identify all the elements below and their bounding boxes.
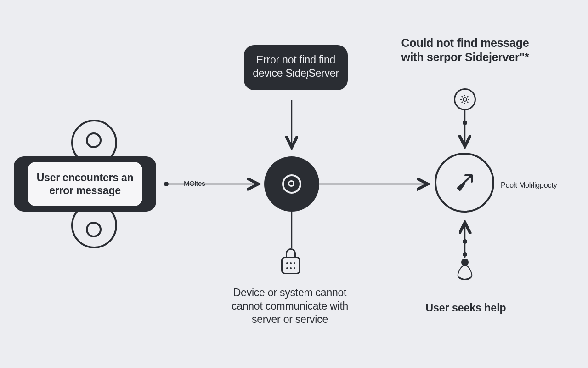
- target-icon: [282, 174, 301, 194]
- right-side-label: Poołt Molıłigpocty: [501, 181, 557, 190]
- right-heading: Could not find message with serpor Sidej…: [397, 36, 533, 65]
- meditating-person-icon: [453, 258, 476, 282]
- vline-dot-low: [463, 252, 467, 257]
- device-screen: User encounters an error message: [28, 162, 142, 206]
- lock-icon: [280, 248, 302, 276]
- edge-origin-dot: [164, 182, 169, 186]
- right-caption: User seeks help: [406, 302, 526, 314]
- svg-point-4: [463, 98, 467, 101]
- node-communication-failure: [264, 156, 319, 212]
- line-center-to-lock: [288, 212, 295, 248]
- diagram-canvas: User encounters an error message MOłtes …: [0, 0, 588, 368]
- error-callout-text: Error not find find device SideįServer: [253, 54, 339, 79]
- svg-point-7: [462, 259, 468, 265]
- vline-dot-top: [463, 121, 467, 125]
- node-seek-help: [435, 153, 494, 213]
- arrow-center-to-right: [319, 181, 435, 188]
- error-callout-box: Error not find find device SideįServer: [244, 45, 348, 90]
- gear-icon: [454, 88, 476, 110]
- arrow-left-to-center: [169, 181, 266, 188]
- center-caption: Device or system cannot cannot communica…: [223, 286, 356, 326]
- arrow-callout-to-center: [288, 100, 295, 159]
- arrow-gear-to-rightnode: [462, 110, 468, 154]
- vline-dot-mid: [463, 239, 467, 244]
- node-error-message: User encounters an error message: [14, 120, 156, 248]
- left-node-label: User encounters an error message: [28, 171, 142, 197]
- compass-arrow-icon: [452, 170, 477, 196]
